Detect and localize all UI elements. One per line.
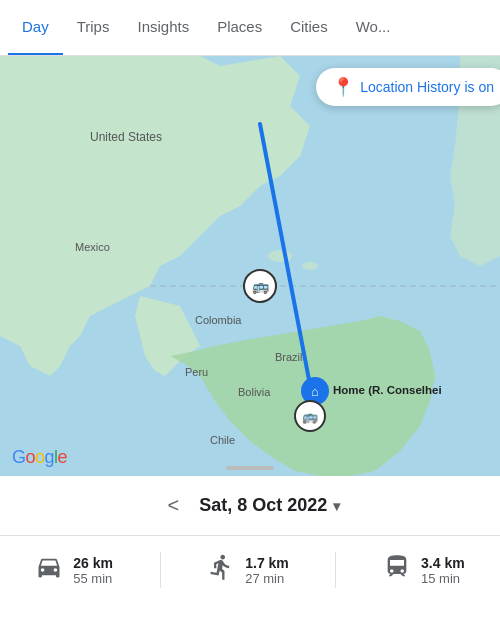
bus-icon <box>383 553 411 588</box>
svg-text:🚌: 🚌 <box>302 408 319 425</box>
bus-time: 15 min <box>421 571 465 586</box>
svg-text:Colombia: Colombia <box>195 314 242 326</box>
car-stat: 26 km 55 min <box>35 553 113 588</box>
date-label[interactable]: Sat, 8 Oct 2022 ▾ <box>199 495 340 516</box>
bus-stat-text: 3.4 km 15 min <box>421 555 465 586</box>
location-pin-icon: 📍 <box>332 76 354 98</box>
svg-text:Bolivia: Bolivia <box>238 386 271 398</box>
divider-2 <box>335 552 336 588</box>
divider-1 <box>160 552 161 588</box>
tab-insights[interactable]: Insights <box>123 0 203 56</box>
date-dropdown-arrow: ▾ <box>333 498 340 514</box>
bus-distance: 3.4 km <box>421 555 465 571</box>
stats-row: 26 km 55 min 1.7 km 27 min 3.4 km 15 min <box>0 536 500 604</box>
tab-places[interactable]: Places <box>203 0 276 56</box>
walk-icon <box>207 553 235 588</box>
svg-text:Home (R. Conselhei: Home (R. Conselhei <box>333 384 442 396</box>
tab-more[interactable]: Wo... <box>342 0 405 56</box>
tab-cities[interactable]: Cities <box>276 0 342 56</box>
bus-stat: 3.4 km 15 min <box>383 553 465 588</box>
svg-text:Brazil: Brazil <box>275 351 303 363</box>
svg-text:Peru: Peru <box>185 366 208 378</box>
tab-day[interactable]: Day <box>8 0 63 56</box>
tab-trips[interactable]: Trips <box>63 0 124 56</box>
car-distance: 26 km <box>73 555 113 571</box>
car-icon <box>35 553 63 588</box>
navigation-tabs: Day Trips Insights Places Cities Wo... <box>0 0 500 56</box>
car-time: 55 min <box>73 571 113 586</box>
map-svg: United States Mexico Colombia Peru Boliv… <box>0 56 500 476</box>
location-history-banner[interactable]: 📍 Location History is on <box>316 68 500 106</box>
svg-text:🚌: 🚌 <box>252 278 270 295</box>
date-back-button[interactable]: < <box>160 490 188 521</box>
svg-text:United States: United States <box>90 130 162 144</box>
walk-stat-text: 1.7 km 27 min <box>245 555 289 586</box>
svg-point-2 <box>268 250 292 262</box>
walk-time: 27 min <box>245 571 289 586</box>
walk-stat: 1.7 km 27 min <box>207 553 289 588</box>
google-logo: Google <box>12 447 67 468</box>
location-banner-text: Location History is on <box>360 79 494 95</box>
svg-text:Mexico: Mexico <box>75 241 110 253</box>
svg-text:⌂: ⌂ <box>311 384 319 399</box>
svg-point-3 <box>302 262 318 270</box>
walk-distance: 1.7 km <box>245 555 289 571</box>
map-drag-handle[interactable] <box>226 466 274 470</box>
car-stat-text: 26 km 55 min <box>73 555 113 586</box>
map-view[interactable]: United States Mexico Colombia Peru Boliv… <box>0 56 500 476</box>
svg-text:Chile: Chile <box>210 434 235 446</box>
date-text: Sat, 8 Oct 2022 <box>199 495 327 516</box>
date-navigation: < Sat, 8 Oct 2022 ▾ <box>0 476 500 536</box>
